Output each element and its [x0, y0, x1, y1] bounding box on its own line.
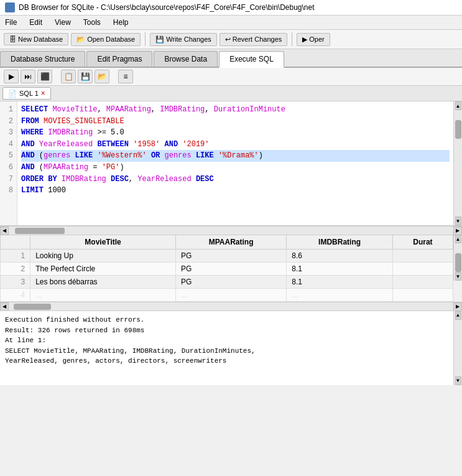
write-changes-button[interactable]: 💾 Write Changes [150, 33, 217, 46]
hscroll-track [9, 226, 453, 235]
run-icon: ▶ [9, 72, 14, 81]
status-vscroll-down[interactable]: ▼ [455, 376, 461, 385]
hscroll-right-arrow[interactable]: ▶ [453, 226, 462, 235]
revert-changes-icon: ↩ [225, 35, 231, 44]
open-project-label: Oper [309, 35, 324, 43]
write-changes-label: Write Changes [166, 35, 211, 43]
sql-tab-1[interactable]: 📄 SQL 1 × [2, 87, 51, 100]
load-sql-icon: 📂 [98, 72, 107, 81]
table-row: 3 Les bons débarras PG 8.1 [1, 276, 453, 289]
sql-line-7: ORDER BY IMDBRating DESC, YearReleased D… [21, 174, 450, 185]
revert-changes-button[interactable]: ↩ Revert Changes [219, 33, 288, 46]
tab-database-structure[interactable]: Database Structure [0, 51, 85, 67]
sql-line-8: LIMIT 1000 [21, 185, 450, 197]
open-database-icon: 📂 [76, 35, 85, 44]
save-sql-button[interactable]: 💾 [78, 70, 93, 83]
results-table-wrap: MovieTitle MPAARating IMDBRating Durat 1… [0, 235, 462, 302]
sql-editor-vscroll[interactable]: ▲ ▼ [453, 101, 462, 225]
row-2-imdb: 8.1 [287, 263, 393, 276]
results-hscroll-thumb[interactable] [14, 304, 51, 310]
sql-file-icon: 📄 [8, 90, 17, 98]
main-toolbar: 🗄 New Database 📂 Open Database 💾 Write C… [0, 30, 462, 49]
row-1-imdb: 8.6 [287, 250, 393, 263]
run-button[interactable]: ▶ [4, 70, 19, 83]
row-4-title: ... [30, 289, 176, 302]
tab-execute-sql[interactable]: Execute SQL [219, 51, 284, 68]
row-3-title: Les bons débarras [30, 276, 176, 289]
step-icon: ⏭ [24, 72, 32, 81]
open-project-icon: ▶ [302, 35, 307, 44]
sql-line-3: WHERE IMDBRating >= 5.0 [21, 127, 450, 139]
revert-changes-label: Revert Changes [233, 35, 282, 43]
row-4-mpaa: ... [175, 289, 286, 302]
col-header-mpaarating[interactable]: MPAARating [175, 235, 286, 250]
line-numbers: 1 2 3 4 5 6 7 8 [0, 101, 17, 225]
sql-line-4: AND YearReleased BETWEEN '1958' AND '201… [21, 139, 450, 151]
col-header-movietitle[interactable]: MovieTitle [30, 235, 176, 250]
hscroll-thumb[interactable] [15, 228, 65, 234]
toolbar-separator [145, 32, 146, 46]
row-4-durat [392, 289, 453, 302]
sql-line-1: SELECT MovieTitle, MPAARating, IMDBRatin… [21, 104, 450, 116]
menu-view[interactable]: View [52, 17, 73, 28]
copy-sql-icon: 📋 [64, 72, 73, 81]
load-sql-button[interactable]: 📂 [95, 70, 109, 83]
sql-toolbar: ▶ ⏭ ⬛ 📋 💾 📂 ≡ [0, 68, 462, 86]
open-database-button[interactable]: 📂 Open Database [71, 33, 141, 46]
results-vscroll[interactable]: ▲ ▼ [453, 235, 462, 281]
col-header-rownum [1, 235, 30, 250]
stop-button[interactable]: ⬛ [37, 70, 52, 83]
results-hscroll-right[interactable]: ▶ [453, 302, 462, 311]
new-database-button[interactable]: 🗄 New Database [4, 33, 68, 45]
open-project-button[interactable]: ▶ Oper [297, 33, 330, 46]
sql-hscroll[interactable]: ◀ ▶ [0, 226, 462, 235]
menu-help[interactable]: Help [111, 17, 131, 28]
save-sql-icon: 💾 [81, 72, 90, 81]
step-button[interactable]: ⏭ [21, 70, 35, 83]
title-text: DB Browser for SQLite - C:\Users\bclay\s… [19, 3, 315, 12]
toolbar-separator-2 [292, 32, 292, 46]
col-header-durat[interactable]: Durat [392, 235, 453, 250]
results-hscroll-left[interactable]: ◀ [0, 302, 9, 311]
stop-icon: ⬛ [40, 72, 50, 81]
results-hscroll[interactable]: ◀ ▶ [0, 302, 462, 310]
new-database-icon: 🗄 [9, 35, 16, 43]
hscroll-left-arrow[interactable]: ◀ [0, 226, 9, 235]
new-database-label: New Database [18, 35, 63, 43]
results-vscroll-thumb[interactable] [455, 253, 461, 272]
status-vscroll-up[interactable]: ▲ [455, 311, 461, 320]
row-1-title: Looking Up [30, 250, 176, 263]
format-sql-button[interactable]: ≡ [118, 70, 133, 83]
col-header-imdbrating[interactable]: IMDBRating [287, 235, 393, 250]
row-2-mpaa: PG [175, 263, 286, 276]
status-area: ▲ ▼ Execution finished without errors. R… [0, 310, 462, 385]
row-4-imdb: ... [287, 289, 393, 302]
sql-editor[interactable]: 1 2 3 4 5 6 7 8 SELECT MovieTitle, MPAAR… [0, 101, 462, 226]
sql-vscroll-thumb[interactable] [455, 120, 461, 139]
menu-bar: File Edit View Tools Help [0, 16, 462, 30]
tab-browse-data[interactable]: Browse Data [154, 51, 218, 67]
copy-sql-button[interactable]: 📋 [61, 70, 76, 83]
row-2-durat [392, 263, 453, 276]
app-icon [5, 2, 15, 12]
status-line-5: YearReleased, genres, actors, directors,… [5, 356, 457, 366]
status-line-3: At line 1: [5, 335, 457, 346]
row-1-num: 1 [1, 250, 30, 263]
results-section: MovieTitle MPAARating IMDBRating Durat 1… [0, 235, 462, 310]
main-tabs: Database Structure Edit Pragmas Browse D… [0, 49, 462, 68]
sql-code-area[interactable]: SELECT MovieTitle, MPAARating, IMDBRatin… [17, 101, 453, 225]
menu-file[interactable]: File [2, 17, 19, 28]
results-hscroll-track [9, 302, 453, 310]
sql-tab-strip: 📄 SQL 1 × [0, 86, 462, 101]
sql-line-5: AND (genres LIKE '%Western%' OR genres L… [21, 150, 450, 162]
row-3-mpaa: PG [175, 276, 286, 289]
row-1-durat [392, 250, 453, 263]
menu-edit[interactable]: Edit [27, 17, 45, 28]
tab-edit-pragmas[interactable]: Edit Pragmas [86, 51, 152, 67]
sql-line-6: AND (MPAARating = 'PG') [21, 162, 450, 174]
open-database-label: Open Database [87, 35, 135, 43]
row-1-mpaa: PG [175, 250, 286, 263]
sql-tab-close[interactable]: × [41, 89, 45, 98]
menu-tools[interactable]: Tools [81, 17, 103, 28]
row-2-title: The Perfect Circle [30, 263, 176, 276]
